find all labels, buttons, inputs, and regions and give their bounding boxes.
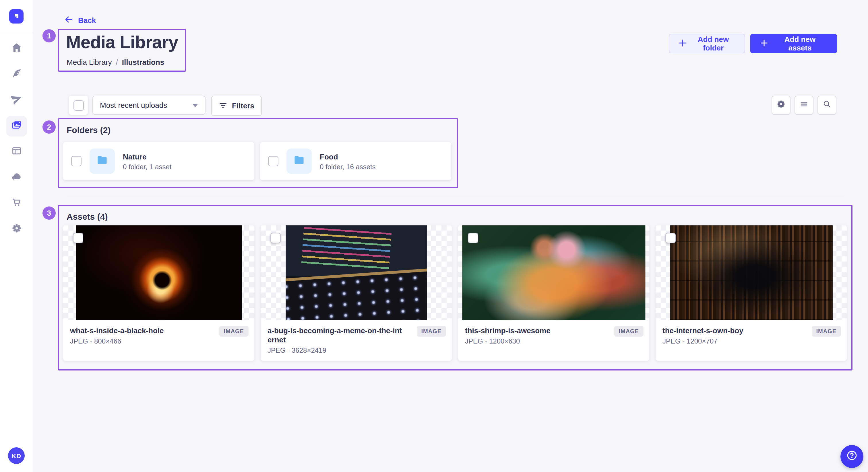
folder-icon <box>96 154 108 169</box>
plus-icon <box>679 39 687 48</box>
sidebar-item-layout[interactable] <box>6 142 27 162</box>
folder-card[interactable]: Food 0 folder, 16 assets <box>260 142 451 180</box>
asset-image <box>75 225 242 320</box>
asset-meta: JPEG - 1200×707 <box>662 337 840 345</box>
sort-select-value: Most recent uploads <box>100 101 167 109</box>
cloud-icon <box>11 171 22 185</box>
add-new-folder-button[interactable]: Add new folder <box>669 34 745 53</box>
feather-icon <box>11 68 22 81</box>
sidebar: KD <box>0 0 33 472</box>
asset-thumbnail-area <box>656 225 847 320</box>
search-icon <box>822 99 832 111</box>
question-mark-icon <box>846 449 858 464</box>
add-new-folder-label: Add new folder <box>691 35 735 52</box>
sidebar-item-cloud[interactable] <box>6 167 27 188</box>
paper-plane-icon <box>11 94 22 107</box>
annotation-badge-1: 1 <box>42 29 56 42</box>
asset-card[interactable]: a-bug-is-becoming-a-meme-on-the-internet… <box>260 225 452 361</box>
add-new-assets-label: Add new assets <box>773 35 827 52</box>
list-icon <box>799 99 809 111</box>
asset-type-badge: IMAGE <box>416 326 446 337</box>
list-view-button[interactable] <box>795 96 813 115</box>
annotation-badge-2: 2 <box>42 121 56 134</box>
asset-thumbnail-area <box>63 225 254 320</box>
sidebar-item-media-library[interactable] <box>6 116 27 136</box>
asset-name: the-internet-s-own-boy <box>662 326 800 336</box>
app-root: KD Back 1 Media Library Media Library / … <box>0 0 868 472</box>
filters-label: Filters <box>232 102 254 110</box>
asset-checkbox[interactable] <box>665 233 676 243</box>
asset-checkbox[interactable] <box>270 233 281 243</box>
asset-name: this-shrimp-is-awesome <box>465 326 603 336</box>
folder-checkbox[interactable] <box>71 156 82 166</box>
assets-heading: Assets (4) <box>67 212 107 222</box>
gear-icon <box>776 99 786 111</box>
sidebar-nav <box>0 33 33 240</box>
folder-meta: 0 folder, 16 assets <box>320 163 376 171</box>
logo-container <box>0 0 33 33</box>
sidebar-item-home[interactable] <box>6 38 27 59</box>
asset-thumbnail-area <box>458 225 649 320</box>
add-new-assets-button[interactable]: Add new assets <box>750 34 837 53</box>
shopping-cart-icon <box>11 197 22 210</box>
asset-card[interactable]: this-shrimp-is-awesome JPEG - 1200×630 I… <box>458 225 649 361</box>
chevron-down-icon <box>192 103 198 107</box>
asset-image <box>462 225 645 320</box>
asset-meta: JPEG - 800×466 <box>70 337 247 345</box>
asset-image <box>670 225 832 320</box>
settings-view-button[interactable] <box>772 96 790 115</box>
asset-type-badge: IMAGE <box>811 326 841 337</box>
plus-icon <box>760 39 768 48</box>
select-all-checkbox[interactable] <box>73 100 84 110</box>
asset-meta: JPEG - 3628×2419 <box>268 346 445 355</box>
folder-info: Nature 0 folder, 1 asset <box>123 152 172 171</box>
user-avatar[interactable]: KD <box>8 447 25 464</box>
layout-panel-icon <box>11 145 22 159</box>
strapi-logo-icon[interactable] <box>9 9 24 24</box>
asset-type-badge: IMAGE <box>614 326 644 337</box>
asset-checkbox[interactable] <box>73 233 83 243</box>
sidebar-item-release[interactable] <box>6 90 27 111</box>
folder-info: Food 0 folder, 16 assets <box>320 152 376 171</box>
search-button[interactable] <box>817 96 836 115</box>
breadcrumb-separator: / <box>116 58 118 67</box>
filter-icon <box>219 101 227 111</box>
sidebar-item-settings[interactable] <box>6 219 27 240</box>
asset-footer: the-internet-s-own-boy JPEG - 1200×707 I… <box>656 320 847 345</box>
back-link[interactable]: Back <box>64 15 96 26</box>
folder-tile <box>90 148 115 174</box>
breadcrumb: Media Library / Illustrations <box>67 58 164 67</box>
folder-checkbox[interactable] <box>268 156 278 166</box>
asset-card[interactable]: the-internet-s-own-boy JPEG - 1200×707 I… <box>656 225 847 361</box>
sort-select[interactable]: Most recent uploads <box>92 96 206 115</box>
breadcrumb-parent[interactable]: Media Library <box>67 58 112 67</box>
home-icon <box>11 42 22 56</box>
annotation-badge-3: 3 <box>42 206 56 220</box>
images-icon <box>10 119 23 134</box>
asset-card[interactable]: what-s-inside-a-black-hole JPEG - 800×46… <box>63 225 254 361</box>
folder-name: Nature <box>123 152 172 162</box>
folder-card[interactable]: Nature 0 folder, 1 asset <box>63 142 254 180</box>
folder-name: Food <box>320 152 376 162</box>
filters-button[interactable]: Filters <box>211 96 262 116</box>
asset-type-badge: IMAGE <box>219 326 249 337</box>
asset-footer: a-bug-is-becoming-a-meme-on-the-internet… <box>260 320 452 355</box>
select-all-card <box>69 96 88 115</box>
asset-checkbox[interactable] <box>468 233 478 243</box>
back-label: Back <box>78 16 96 25</box>
asset-footer: this-shrimp-is-awesome JPEG - 1200×630 I… <box>458 320 649 345</box>
folders-heading: Folders (2) <box>67 125 111 135</box>
folder-list: Nature 0 folder, 1 asset Food 0 folder, … <box>63 142 451 180</box>
folder-tile <box>286 148 312 174</box>
asset-footer: what-s-inside-a-black-hole JPEG - 800×46… <box>63 320 254 345</box>
breadcrumb-current: Illustrations <box>122 58 164 67</box>
asset-name: what-s-inside-a-black-hole <box>70 326 208 336</box>
folder-meta: 0 folder, 1 asset <box>123 163 172 171</box>
asset-meta: JPEG - 1200×630 <box>465 337 642 345</box>
sidebar-item-content[interactable] <box>6 64 27 85</box>
gear-icon <box>11 223 22 236</box>
asset-thumbnail-area <box>260 225 452 320</box>
page-title: Media Library <box>66 32 178 53</box>
help-button[interactable] <box>840 445 863 468</box>
sidebar-item-marketplace[interactable] <box>6 193 27 214</box>
